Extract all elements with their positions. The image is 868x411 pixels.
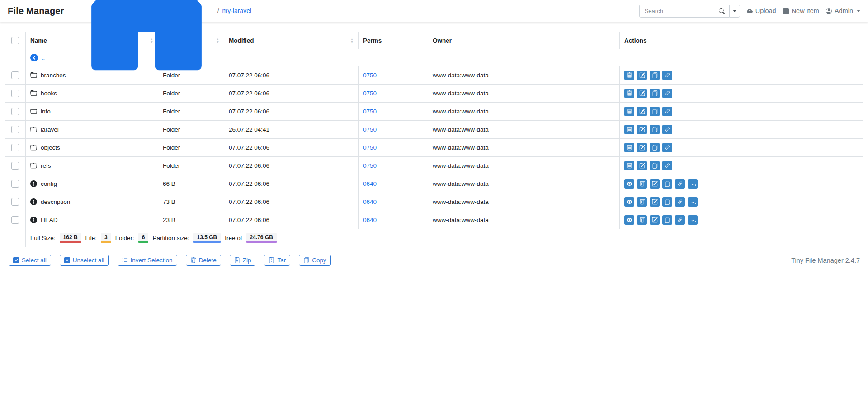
link-button[interactable] bbox=[662, 107, 672, 116]
upload-button[interactable]: Upload bbox=[747, 7, 776, 14]
delete-button[interactable] bbox=[624, 71, 634, 80]
delete-button[interactable] bbox=[624, 107, 634, 116]
admin-menu[interactable]: Admin bbox=[826, 7, 860, 14]
row-checkbox[interactable] bbox=[11, 216, 19, 224]
row-checkbox[interactable] bbox=[11, 144, 19, 151]
perms-cell: 0750 bbox=[359, 85, 428, 103]
perms-link[interactable]: 0640 bbox=[363, 217, 377, 223]
folder-link[interactable]: hooks bbox=[30, 89, 153, 98]
folder-link[interactable]: info bbox=[30, 107, 153, 116]
summary-cell: Full Size: 162 B File: 3 Folder: 6 Parti… bbox=[26, 229, 863, 247]
delete-button[interactable] bbox=[624, 161, 634, 170]
perms-link[interactable]: 0750 bbox=[363, 72, 377, 79]
rename-button[interactable] bbox=[637, 143, 647, 152]
preview-button[interactable] bbox=[624, 197, 634, 207]
delete-button[interactable] bbox=[624, 125, 634, 134]
copy-button[interactable] bbox=[650, 107, 660, 116]
breadcrumb-path-link[interactable]: my-laravel bbox=[222, 7, 252, 14]
copy-button[interactable]: Copy bbox=[299, 255, 331, 266]
search-button[interactable] bbox=[714, 5, 729, 18]
copy-button[interactable] bbox=[662, 179, 672, 189]
link-button[interactable] bbox=[675, 215, 685, 225]
link-button[interactable] bbox=[675, 179, 685, 189]
file-link[interactable]: HEAD bbox=[30, 216, 153, 224]
copy-button[interactable] bbox=[650, 71, 660, 80]
perms-link[interactable]: 0750 bbox=[363, 162, 377, 169]
link-button[interactable] bbox=[675, 197, 685, 207]
row-checkbox[interactable] bbox=[11, 126, 19, 133]
rename-button[interactable] bbox=[637, 89, 647, 98]
zip-button[interactable]: Zip bbox=[230, 255, 256, 266]
row-checkbox[interactable] bbox=[11, 71, 19, 79]
link-button[interactable] bbox=[662, 161, 672, 170]
row-checkbox[interactable] bbox=[11, 108, 19, 115]
link-button[interactable] bbox=[662, 71, 672, 80]
rename-button[interactable] bbox=[637, 125, 647, 134]
row-actions bbox=[624, 125, 859, 134]
delete-button[interactable] bbox=[624, 143, 634, 152]
copy-button[interactable] bbox=[662, 197, 672, 207]
download-button[interactable] bbox=[688, 215, 698, 225]
row-checkbox[interactable] bbox=[11, 180, 19, 188]
download-button[interactable] bbox=[688, 179, 698, 189]
perms-link[interactable]: 0750 bbox=[363, 108, 377, 115]
invert-selection-button[interactable]: Invert Selection bbox=[118, 255, 177, 266]
link-button[interactable] bbox=[662, 143, 672, 152]
file-link[interactable]: description bbox=[30, 198, 153, 206]
perms-link[interactable]: 0640 bbox=[363, 198, 377, 205]
rename-button[interactable] bbox=[637, 71, 647, 80]
folder-link[interactable]: laravel bbox=[30, 125, 153, 134]
perms-link[interactable]: 0640 bbox=[363, 180, 377, 187]
pencil-square-icon bbox=[639, 145, 645, 151]
file-link[interactable]: config bbox=[30, 180, 153, 188]
select-all-checkbox[interactable] bbox=[11, 37, 19, 44]
rename-button[interactable] bbox=[637, 107, 647, 116]
copy-button[interactable] bbox=[650, 161, 660, 170]
copy-button[interactable] bbox=[650, 89, 660, 98]
perms-link[interactable]: 0750 bbox=[363, 126, 377, 133]
perms-cell: 0750 bbox=[359, 121, 428, 139]
column-header-actions: Actions bbox=[620, 32, 863, 49]
edit-button[interactable] bbox=[650, 179, 660, 189]
perms-link[interactable]: 0750 bbox=[363, 90, 377, 97]
info-circle-icon bbox=[30, 180, 37, 187]
preview-button[interactable] bbox=[624, 179, 634, 189]
delete-button[interactable]: Delete bbox=[186, 255, 221, 266]
new-item-button[interactable]: New Item bbox=[783, 7, 819, 14]
perms-cell: 0640 bbox=[359, 175, 428, 193]
unselect-all-button[interactable]: Unselect all bbox=[60, 255, 109, 266]
edit-button[interactable] bbox=[650, 215, 660, 225]
copy-button[interactable] bbox=[650, 143, 660, 152]
search-options-button[interactable] bbox=[729, 5, 740, 18]
delete-button[interactable] bbox=[637, 179, 647, 189]
rename-button[interactable] bbox=[637, 161, 647, 170]
home-link[interactable] bbox=[79, 0, 214, 79]
tar-button[interactable]: Tar bbox=[264, 255, 290, 266]
link-icon bbox=[665, 109, 670, 114]
partition-size-label: Partition size: bbox=[152, 234, 189, 242]
list-icon bbox=[122, 257, 128, 263]
search-input[interactable] bbox=[639, 5, 714, 18]
row-checkbox-cell bbox=[5, 66, 26, 85]
button-label: Invert Selection bbox=[131, 257, 173, 264]
row-checkbox[interactable] bbox=[11, 90, 19, 97]
delete-button[interactable] bbox=[637, 197, 647, 207]
download-button[interactable] bbox=[688, 197, 698, 207]
delete-button[interactable] bbox=[624, 89, 634, 98]
delete-button[interactable] bbox=[637, 215, 647, 225]
row-checkbox[interactable] bbox=[11, 162, 19, 170]
link-button[interactable] bbox=[662, 125, 672, 134]
edit-button[interactable] bbox=[650, 197, 660, 207]
select-all-button[interactable]: Select all bbox=[9, 255, 51, 266]
perms-link[interactable]: 0750 bbox=[363, 144, 377, 151]
folder-link[interactable]: refs bbox=[30, 161, 153, 170]
app-title: File Manager bbox=[8, 6, 64, 16]
size-cell: 23 B bbox=[158, 211, 224, 229]
copy-button[interactable] bbox=[662, 215, 672, 225]
row-checkbox[interactable] bbox=[11, 198, 19, 206]
preview-button[interactable] bbox=[624, 215, 634, 225]
owner-cell: www-data:www-data bbox=[428, 66, 620, 85]
folder-link[interactable]: objects bbox=[30, 143, 153, 152]
link-button[interactable] bbox=[662, 89, 672, 98]
copy-button[interactable] bbox=[650, 125, 660, 134]
